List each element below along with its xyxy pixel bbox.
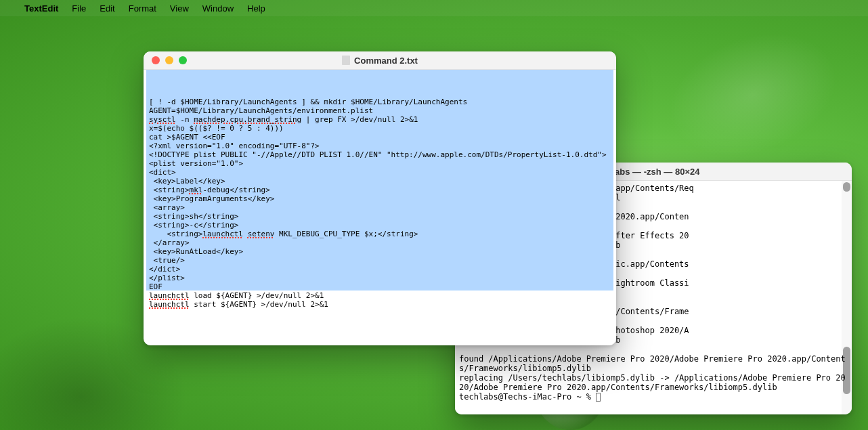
menubar: TextEdit File Edit Format View Window He… <box>0 0 868 16</box>
menu-edit[interactable]: Edit <box>100 3 114 14</box>
menu-format[interactable]: Format <box>129 3 156 14</box>
text-line: <string>mkl-debug</string> <box>149 186 611 194</box>
textedit-titlebar[interactable]: Command 2.txt <box>144 51 616 70</box>
scrollbar-thumb[interactable] <box>843 182 850 192</box>
text-line: EOF <box>149 282 611 291</box>
text-line: <key>RunAtLoad</key> <box>149 247 611 256</box>
text-line: <true/> <box>149 256 611 265</box>
textedit-title: Command 2.txt <box>354 56 418 66</box>
terminal-prompt-line[interactable]: techlabs@Techs-iMac-Pro ~ % <box>459 392 848 402</box>
terminal-scrollbar[interactable] <box>842 181 852 414</box>
text-line: launchctl load ${AGENT} >/dev/null 2>&1 <box>149 291 611 300</box>
zoom-button[interactable] <box>179 56 187 64</box>
terminal-title: hlabs — -zsh — 80×24 <box>607 167 700 177</box>
text-line: [ ! -d $HOME/Library/LaunchAgents ] && m… <box>149 98 611 106</box>
text-line: <plist version="1.0"> <box>149 159 611 168</box>
text-line: <key>Label</key> <box>149 177 611 186</box>
text-line: <?xml version="1.0" encoding="UTF-8"?> <box>149 142 611 150</box>
text-line: <string>launchctl setenv MKL_DEBUG_CPU_T… <box>149 230 611 238</box>
text-line: launchctl start ${AGENT} >/dev/null 2>&1 <box>149 300 611 309</box>
textedit-content[interactable]: [ ! -d $HOME/Library/LaunchAgents ] && m… <box>146 70 613 343</box>
text-line: <key>ProgramArguments</key> <box>149 194 611 203</box>
terminal-cursor <box>596 393 601 402</box>
text-line: cat >$AGENT <<EOF <box>149 133 611 142</box>
scrollbar-thumb[interactable] <box>843 347 850 394</box>
menu-view[interactable]: View <box>170 3 189 14</box>
text-line: </plist> <box>149 274 611 282</box>
text-line: <array> <box>149 203 611 212</box>
menu-window[interactable]: Window <box>202 3 234 14</box>
textedit-window[interactable]: Command 2.txt [ ! -d $HOME/Library/Launc… <box>144 51 616 345</box>
text-line: <!DOCTYPE plist PUBLIC "-//Apple//DTD PL… <box>149 150 611 159</box>
traffic-lights <box>152 56 187 64</box>
terminal-prompt: techlabs@Techs-iMac-Pro ~ % <box>459 392 596 402</box>
text-line: x=$(echo $(($? != 0 ? 5 : 4))) <box>149 124 611 133</box>
menu-help[interactable]: Help <box>247 3 265 14</box>
minimize-button[interactable] <box>165 56 173 64</box>
text-line: sysctl -n machdep.cpu.brand_string | gre… <box>149 115 611 124</box>
text-line: </dict> <box>149 265 611 274</box>
text-line: <string>sh</string> <box>149 212 611 221</box>
menu-file[interactable]: File <box>72 3 86 14</box>
text-line: <string>-c</string> <box>149 221 611 230</box>
close-button[interactable] <box>152 56 160 64</box>
text-line: </array> <box>149 238 611 247</box>
text-line: AGENT=$HOME/Library/LaunchAgents/environ… <box>149 106 611 115</box>
app-menu[interactable]: TextEdit <box>24 3 58 14</box>
text-line: <dict> <box>149 168 611 177</box>
document-icon <box>342 56 350 65</box>
